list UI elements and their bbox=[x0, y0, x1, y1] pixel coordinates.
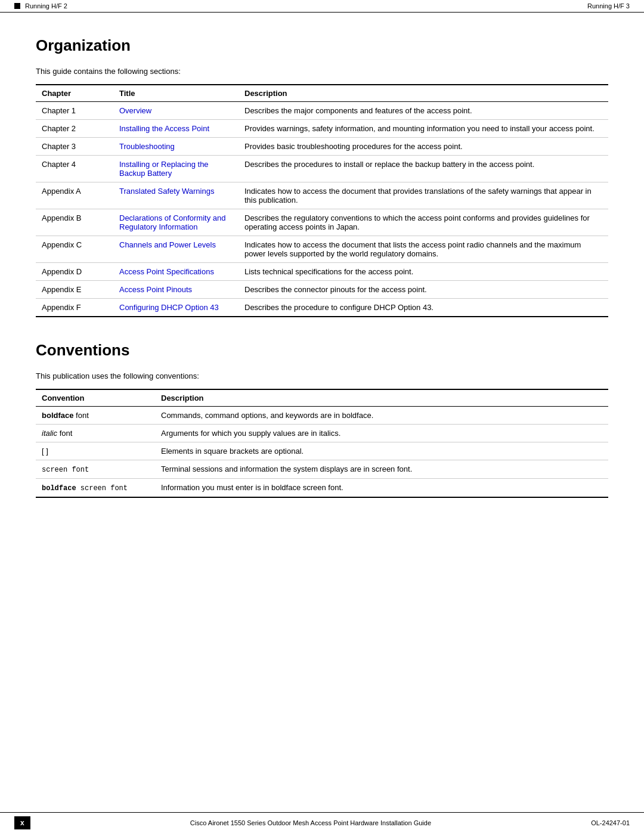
chapter-cell: Appendix A bbox=[36, 182, 113, 209]
description-cell: Describes the connector pinouts for the … bbox=[239, 281, 608, 299]
chapter-cell: Chapter 2 bbox=[36, 120, 113, 138]
chapter-cell: Chapter 4 bbox=[36, 156, 113, 182]
header-right-label: Running H/F 3 bbox=[587, 2, 630, 10]
table-row: Appendix FConfiguring DHCP Option 43Desc… bbox=[36, 299, 608, 317]
table-row: Chapter 1OverviewDescribes the major com… bbox=[36, 102, 608, 120]
conv-description-cell: Arguments for which you supply values ar… bbox=[155, 425, 608, 442]
table-row: Chapter 3TroubleshootingProvides basic t… bbox=[36, 138, 608, 156]
col-header-description: Description bbox=[239, 85, 608, 102]
convention-cell: boldface screen font bbox=[36, 479, 155, 498]
chapter-cell: Appendix D bbox=[36, 263, 113, 281]
description-cell: Describes the major components and featu… bbox=[239, 102, 608, 120]
organization-table: Chapter Title Description Chapter 1Overv… bbox=[36, 84, 608, 317]
description-cell: Describes the procedures to install or r… bbox=[239, 156, 608, 182]
chapter-link[interactable]: Translated Safety Warnings bbox=[119, 187, 214, 196]
chapter-link[interactable]: Access Point Specifications bbox=[119, 267, 214, 276]
organization-title: Organization bbox=[36, 36, 608, 55]
table-row: Appendix EAccess Point PinoutsDescribes … bbox=[36, 281, 608, 299]
chapter-link[interactable]: Overview bbox=[119, 106, 151, 115]
convention-cell: [ ] bbox=[36, 442, 155, 460]
table-row: Chapter 2Installing the Access PointProv… bbox=[36, 120, 608, 138]
conventions-table: Convention Description boldface fontComm… bbox=[36, 389, 608, 498]
title-cell[interactable]: Access Point Pinouts bbox=[113, 281, 239, 299]
organization-section: Organization This guide contains the fol… bbox=[36, 36, 608, 317]
chapter-cell: Appendix E bbox=[36, 281, 113, 299]
chapter-link[interactable]: Installing the Access Point bbox=[119, 124, 209, 133]
main-content: Organization This guide contains the fol… bbox=[0, 13, 644, 558]
table-row: Appendix DAccess Point SpecificationsLis… bbox=[36, 263, 608, 281]
convention-cell: boldface font bbox=[36, 407, 155, 425]
table-row: Appendix BDeclarations of Conformity and… bbox=[36, 209, 608, 236]
table-row: [ ]Elements in square brackets are optio… bbox=[36, 442, 608, 460]
footer-right-text: OL-24247-01 bbox=[591, 819, 630, 826]
conv-description-cell: Elements in square brackets are optional… bbox=[155, 442, 608, 460]
description-cell: Provides warnings, safety information, a… bbox=[239, 120, 608, 138]
description-cell: Lists technical specifications for the a… bbox=[239, 263, 608, 281]
conventions-section: Conventions This publication uses the fo… bbox=[36, 341, 608, 498]
chapter-link[interactable]: Installing or Replacing the Backup Batte… bbox=[119, 160, 209, 178]
description-cell: Describes the procedure to configure DHC… bbox=[239, 299, 608, 317]
title-cell[interactable]: Overview bbox=[113, 102, 239, 120]
table-row: Chapter 4Installing or Replacing the Bac… bbox=[36, 156, 608, 182]
title-cell[interactable]: Declarations of Conformity and Regulator… bbox=[113, 209, 239, 236]
chapter-cell: Appendix B bbox=[36, 209, 113, 236]
description-cell: Indicates how to access the document tha… bbox=[239, 236, 608, 263]
footer-center-text: Cisco Aironet 1550 Series Outdoor Mesh A… bbox=[30, 819, 591, 826]
col-header-chapter: Chapter bbox=[36, 85, 113, 102]
col-header-title: Title bbox=[113, 85, 239, 102]
conv-description-cell: Commands, command options, and keywords … bbox=[155, 407, 608, 425]
convention-cell: italic font bbox=[36, 425, 155, 442]
title-cell[interactable]: Troubleshooting bbox=[113, 138, 239, 156]
table-row: Appendix ATranslated Safety WarningsIndi… bbox=[36, 182, 608, 209]
header-left-label: Running H/F 2 bbox=[25, 2, 67, 10]
footer: x Cisco Aironet 1550 Series Outdoor Mesh… bbox=[0, 812, 644, 833]
title-cell[interactable]: Installing the Access Point bbox=[113, 120, 239, 138]
description-cell: Describes the regulatory conventions to … bbox=[239, 209, 608, 236]
chapter-cell: Appendix C bbox=[36, 236, 113, 263]
title-cell[interactable]: Installing or Replacing the Backup Batte… bbox=[113, 156, 239, 182]
title-cell[interactable]: Translated Safety Warnings bbox=[113, 182, 239, 209]
table-row: boldface fontCommands, command options, … bbox=[36, 407, 608, 425]
organization-intro: This guide contains the following sectio… bbox=[36, 67, 608, 76]
title-cell[interactable]: Channels and Power Levels bbox=[113, 236, 239, 263]
conventions-title: Conventions bbox=[36, 341, 608, 360]
col-header-conv-description: Description bbox=[155, 389, 608, 407]
table-row: screen fontTerminal sessions and informa… bbox=[36, 460, 608, 479]
footer-page-label: x bbox=[14, 816, 30, 829]
table-row: Appendix CChannels and Power LevelsIndic… bbox=[36, 236, 608, 263]
col-header-convention: Convention bbox=[36, 389, 155, 407]
header-bar: Running H/F 2 Running H/F 3 bbox=[0, 0, 644, 13]
header-left: Running H/F 2 bbox=[14, 2, 67, 10]
square-icon bbox=[14, 3, 20, 9]
table-row: italic fontArguments for which you suppl… bbox=[36, 425, 608, 442]
conv-description-cell: Information you must enter is in boldfac… bbox=[155, 479, 608, 498]
chapter-link[interactable]: Configuring DHCP Option 43 bbox=[119, 303, 219, 312]
chapter-cell: Chapter 1 bbox=[36, 102, 113, 120]
chapter-link[interactable]: Declarations of Conformity and Regulator… bbox=[119, 213, 225, 231]
conv-description-cell: Terminal sessions and information the sy… bbox=[155, 460, 608, 479]
conventions-intro: This publication uses the following conv… bbox=[36, 371, 608, 380]
chapter-cell: Chapter 3 bbox=[36, 138, 113, 156]
title-cell[interactable]: Access Point Specifications bbox=[113, 263, 239, 281]
chapter-link[interactable]: Access Point Pinouts bbox=[119, 285, 192, 294]
convention-cell: screen font bbox=[36, 460, 155, 479]
table-row: boldface screen fontInformation you must… bbox=[36, 479, 608, 498]
description-cell: Indicates how to access the document tha… bbox=[239, 182, 608, 209]
chapter-link[interactable]: Channels and Power Levels bbox=[119, 240, 216, 249]
title-cell[interactable]: Configuring DHCP Option 43 bbox=[113, 299, 239, 317]
chapter-cell: Appendix F bbox=[36, 299, 113, 317]
chapter-link[interactable]: Troubleshooting bbox=[119, 142, 175, 151]
description-cell: Provides basic troubleshooting procedure… bbox=[239, 138, 608, 156]
